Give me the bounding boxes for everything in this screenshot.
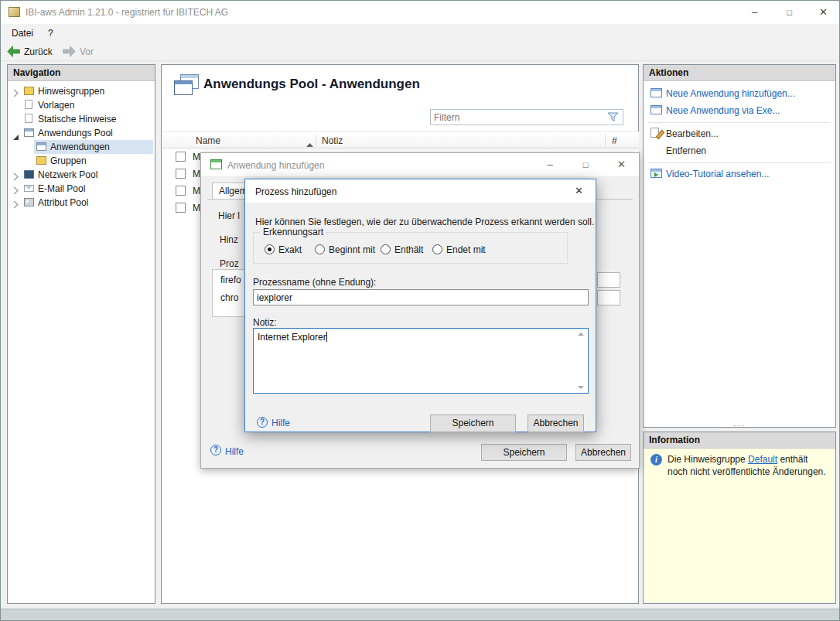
sort-ascending-icon — [306, 138, 313, 149]
row-name-text: M — [193, 183, 200, 200]
cancel-button[interactable]: Abbrechen — [528, 415, 584, 432]
note-textarea[interactable]: Internet Explorer — [253, 328, 589, 394]
app-icon — [9, 7, 20, 17]
dialog-close-button[interactable]: ✕ — [562, 179, 596, 203]
close-button[interactable]: ✕ — [807, 1, 840, 24]
action-neue-anwendung[interactable]: Neue Anwendung hinzufügen... — [644, 87, 835, 101]
sidebar-item-attribut-pool[interactable]: Attribut Pool — [9, 196, 154, 210]
row-name-text: M — [193, 148, 200, 165]
app-window: IBI-aws Admin 1.21.0 - registriert für I… — [0, 0, 840, 621]
process-name-input[interactable] — [253, 289, 589, 305]
maximize-button[interactable]: □ — [772, 1, 807, 24]
sidebar-item-label: Statische Hinweise — [38, 112, 116, 126]
sidebar-item-label: Hinweisgruppen — [38, 84, 104, 98]
filter-input[interactable] — [434, 111, 600, 124]
menu-help[interactable]: ? — [41, 24, 60, 43]
clipped-field-edge — [597, 272, 620, 288]
dialog-text-fragment: Hinz — [220, 234, 238, 245]
row-checkbox[interactable] — [176, 169, 186, 179]
radio-label-beginnt-mit[interactable]: Beginnt mit — [329, 244, 375, 255]
row-checkbox[interactable] — [176, 186, 186, 196]
hinweisgruppen-icon — [24, 87, 34, 95]
help-icon: ? — [210, 445, 221, 456]
sidebar-item-anwendungen[interactable]: Anwendungen — [9, 140, 154, 154]
actions-panel: Aktionen Neue Anwendung hinzufügen... Ne… — [643, 64, 836, 428]
netzwerk-pool-icon — [24, 170, 34, 179]
action-neue-anwendung-via-exe[interactable]: Neue Anwendung via Exe... — [644, 104, 835, 118]
attribut-pool-icon — [24, 198, 34, 206]
navigation-header: Navigation — [8, 65, 155, 81]
menu-datei[interactable]: Datei — [5, 24, 40, 43]
sidebar-item-gruppen[interactable]: Gruppen — [9, 154, 154, 168]
sidebar-item-hinweisgruppen[interactable]: Hinweisgruppen — [9, 84, 154, 98]
radio-label-endet-mit[interactable]: Endet mit — [446, 244, 486, 255]
edit-icon — [650, 128, 659, 138]
filter-funnel-icon[interactable] — [607, 112, 619, 125]
anwendungs-pool-icon — [24, 128, 34, 137]
radio-label-enthaelt[interactable]: Enthält — [394, 244, 423, 255]
tool-bar: Zurück Vor — [1, 43, 839, 61]
cancel-button[interactable]: Abbrechen — [575, 444, 631, 461]
window-title: IBI-aws Admin 1.21.0 - registriert für I… — [26, 7, 228, 18]
sidebar-item-label: Gruppen — [50, 154, 87, 168]
dialog-titlebar[interactable]: Prozess hinzufügen ✕ — [245, 179, 596, 203]
row-checkbox[interactable] — [176, 203, 186, 213]
chevron-right-icon[interactable] — [13, 199, 19, 213]
column-header-count[interactable]: # — [612, 132, 617, 149]
default-group-link[interactable]: Default — [748, 454, 777, 465]
process-name-label: Prozessname (ohne Endung): — [253, 277, 376, 288]
radio-beginnt-mit[interactable] — [315, 244, 325, 254]
action-video-tutorial[interactable]: Video-Tutorial ansehen... — [644, 167, 835, 181]
statische-hinweise-icon — [25, 114, 32, 123]
panel-splitter-handle[interactable]: ··· — [643, 423, 836, 431]
sidebar-item-label: Anwendungs Pool — [38, 126, 113, 140]
table-header-row: Name Notiz # — [162, 131, 639, 148]
sidebar-item-netzwerk-pool[interactable]: Netzwerk Pool — [9, 168, 154, 182]
radio-label-exakt[interactable]: Exakt — [278, 244, 302, 255]
action-label: Entfernen — [666, 144, 706, 158]
action-label: Video-Tutorial ansehen... — [666, 167, 769, 181]
forward-arrow-icon — [63, 46, 76, 62]
row-checkbox[interactable] — [176, 152, 186, 162]
new-application-icon — [650, 88, 662, 97]
column-separator[interactable] — [316, 135, 316, 147]
dialog-titlebar[interactable]: Anwendung hinzufügen – □ ✕ — [201, 153, 639, 176]
action-entfernen[interactable]: Entfernen — [644, 144, 835, 158]
text-caret — [326, 332, 327, 342]
process-list[interactable]: firefo chro — [212, 269, 246, 317]
list-item[interactable]: chro — [220, 292, 238, 303]
row-name-text: M — [193, 165, 200, 183]
sidebar-item-statische-hinweise[interactable]: Statische Hinweise — [9, 112, 154, 126]
window-titlebar[interactable]: IBI-aws Admin 1.21.0 - registriert für I… — [1, 1, 839, 24]
radio-exakt[interactable] — [265, 244, 275, 254]
radio-enthaelt[interactable] — [381, 244, 391, 254]
sidebar-item-email-pool[interactable]: E-Mail Pool — [9, 182, 154, 196]
actions-header: Aktionen — [644, 65, 835, 81]
column-separator[interactable] — [605, 135, 606, 147]
list-item[interactable]: firefo — [220, 275, 241, 285]
prozess-hinzufuegen-dialog: Prozess hinzufügen ✕ Hier können Sie fes… — [244, 179, 596, 432]
help-link[interactable]: Hilfe — [271, 418, 290, 428]
sidebar-item-anwendungs-pool[interactable]: Anwendungs Pool — [9, 126, 154, 140]
back-arrow-icon — [7, 46, 20, 62]
back-label: Zurück — [24, 44, 53, 60]
dialog-minimize-button[interactable]: – — [532, 153, 568, 176]
save-button[interactable]: Speichern — [430, 415, 516, 432]
column-header-notiz[interactable]: Notiz — [322, 132, 343, 149]
help-link[interactable]: Hilfe — [225, 446, 244, 457]
minimize-button[interactable]: – — [737, 1, 772, 24]
save-button[interactable]: Speichern — [481, 444, 567, 461]
dialog-maximize-button[interactable]: □ — [568, 153, 603, 176]
action-label: Bearbeiten... — [666, 127, 719, 141]
column-header-name[interactable]: Name — [196, 132, 220, 149]
radio-endet-mit[interactable] — [432, 244, 442, 254]
row-name-text: M — [193, 200, 200, 217]
action-bearbeiten[interactable]: Bearbeiten... — [644, 127, 835, 141]
window-front-shape — [174, 80, 193, 95]
dialog-app-icon — [210, 159, 222, 169]
dialog-close-button[interactable]: ✕ — [603, 153, 640, 176]
sidebar-item-label: E-Mail Pool — [38, 182, 85, 196]
sidebar-item-label: Netzwerk Pool — [38, 168, 97, 182]
sidebar-item-vorlagen[interactable]: Vorlagen — [9, 98, 154, 112]
actions-separator — [648, 162, 831, 163]
